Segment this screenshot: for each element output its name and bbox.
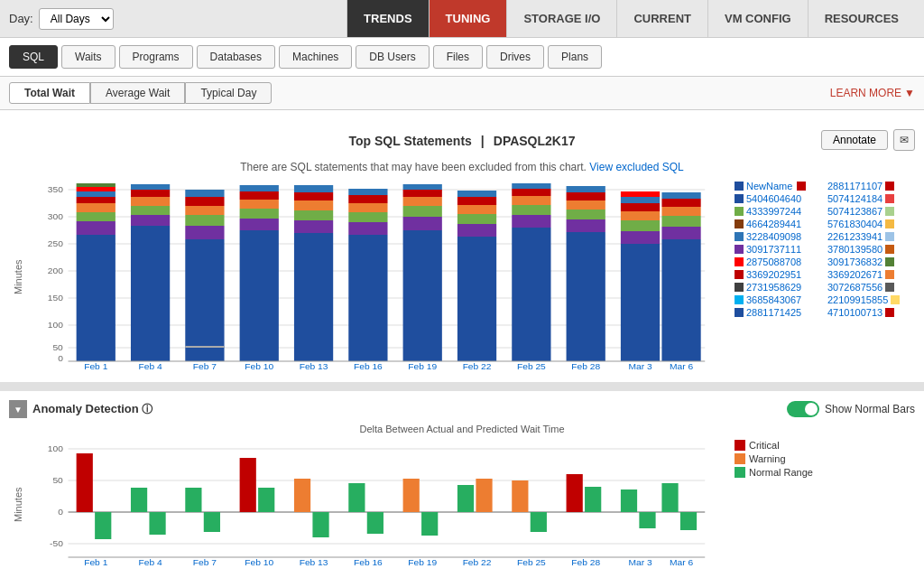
- legend-link[interactable]: 3091737111: [746, 244, 801, 255]
- viewtab-average-wait[interactable]: Average Wait: [90, 82, 185, 104]
- legend-color-swatch: [885, 207, 894, 216]
- svg-text:Feb 22: Feb 22: [463, 362, 492, 370]
- subtab-plans[interactable]: Plans: [548, 45, 602, 69]
- annotate-button[interactable]: Annotate: [821, 130, 888, 150]
- svg-rect-22: [77, 183, 116, 187]
- tab-resources[interactable]: RESOURCES: [808, 0, 915, 37]
- legend-link[interactable]: 5404604640: [746, 193, 801, 204]
- day-selector[interactable]: All Days: [39, 8, 114, 30]
- svg-rect-69: [512, 196, 550, 205]
- subtab-db-users[interactable]: DB Users: [356, 45, 429, 69]
- legend-link[interactable]: 4664289441: [746, 219, 801, 229]
- normal-range-color: [735, 467, 745, 478]
- svg-rect-60: [457, 237, 496, 361]
- legend-color-swatch: [885, 283, 894, 292]
- legend-color-swatch: [885, 194, 894, 203]
- svg-rect-115: [149, 512, 165, 535]
- show-normal-toggle[interactable]: [787, 401, 819, 417]
- subtab-databases[interactable]: Databases: [197, 45, 275, 69]
- list-item: 3780139580: [827, 244, 915, 255]
- svg-rect-46: [294, 192, 333, 200]
- viewtab-total-wait[interactable]: Total Wait: [9, 82, 90, 104]
- tab-storage-io[interactable]: STORAGE I/O: [506, 0, 616, 37]
- legend-color-swatch: [735, 219, 744, 228]
- legend-color-swatch: [735, 182, 744, 191]
- svg-rect-36: [240, 230, 279, 361]
- legend-link[interactable]: NewName: [746, 181, 792, 191]
- subtab-programs[interactable]: Programs: [119, 45, 193, 69]
- svg-rect-33: [185, 197, 224, 206]
- svg-rect-131: [585, 487, 601, 512]
- svg-text:Feb 16: Feb 16: [354, 362, 383, 370]
- view-excluded-link[interactable]: View excluded SQL: [589, 161, 684, 173]
- collapse-button[interactable]: ▼: [9, 400, 27, 418]
- svg-rect-45: [294, 200, 333, 210]
- svg-text:300: 300: [48, 212, 63, 221]
- svg-rect-29: [185, 239, 224, 361]
- svg-rect-90: [661, 192, 700, 199]
- legend-link[interactable]: 2881171107: [827, 181, 882, 191]
- subtab-files[interactable]: Files: [433, 45, 483, 69]
- svg-rect-121: [312, 512, 328, 537]
- list-item: 2881171425: [735, 307, 822, 318]
- viewtab-typical-day[interactable]: Typical Day: [185, 82, 272, 104]
- legend-link[interactable]: 3369202671: [827, 269, 882, 280]
- anomaly-legend-list: Critical Warning Normal Range: [735, 440, 915, 478]
- legend-link[interactable]: 2731958629: [746, 282, 801, 293]
- subtab-waits[interactable]: Waits: [61, 45, 116, 69]
- subtab-machines[interactable]: Machines: [279, 45, 352, 69]
- legend-link[interactable]: 5761830404: [827, 219, 882, 229]
- anomaly-legend: Critical Warning Normal Range: [735, 440, 915, 569]
- legend-color-swatch: [735, 207, 744, 216]
- learn-more-link[interactable]: LEARN MORE ▼: [830, 87, 915, 99]
- legend-link[interactable]: 3228409098: [746, 231, 801, 242]
- legend-link[interactable]: 4333997244: [746, 206, 801, 217]
- svg-text:Feb 1: Feb 1: [84, 558, 107, 566]
- svg-rect-67: [512, 215, 550, 228]
- svg-text:100: 100: [48, 321, 63, 330]
- svg-text:350: 350: [48, 185, 63, 194]
- legend-link[interactable]: 3072687556: [827, 282, 882, 293]
- legend-link[interactable]: 22109915855: [827, 294, 888, 305]
- legend-link[interactable]: 2261233941: [827, 231, 882, 242]
- legend-color-swatch: [885, 245, 894, 254]
- svg-rect-75: [567, 200, 605, 210]
- svg-text:Mar 6: Mar 6: [670, 362, 693, 370]
- subtab-drives[interactable]: Drives: [486, 45, 544, 69]
- tab-trends[interactable]: TRENDS: [346, 0, 428, 37]
- legend-color-swatch: [735, 232, 744, 241]
- subtab-sql[interactable]: SQL: [9, 45, 58, 69]
- legend-color-swatch: [885, 219, 894, 228]
- svg-text:200: 200: [48, 266, 63, 275]
- list-item: 3685843067: [735, 294, 822, 305]
- legend-link[interactable]: 4710100713: [827, 307, 882, 318]
- list-item: 3369202671: [827, 269, 915, 280]
- svg-text:Feb 28: Feb 28: [571, 362, 600, 370]
- list-item: 5404604640: [735, 193, 822, 204]
- info-icon: ⓘ: [142, 403, 152, 415]
- legend-link[interactable]: 5074123867: [827, 206, 882, 217]
- legend-link[interactable]: 5074124184: [827, 193, 882, 204]
- excluded-message: There are SQL statements that may have b…: [9, 161, 915, 173]
- svg-text:Mar 6: Mar 6: [670, 558, 693, 566]
- tab-current[interactable]: CURRENT: [616, 0, 707, 37]
- svg-rect-85: [661, 239, 700, 361]
- legend-link[interactable]: 3780139580: [827, 244, 882, 255]
- svg-text:0: 0: [58, 508, 63, 517]
- svg-rect-70: [512, 189, 550, 196]
- chart-legend: NewName 2881171107 5404604640 5074124184: [735, 181, 915, 373]
- svg-rect-118: [240, 458, 256, 512]
- legend-link[interactable]: 3369202951: [746, 269, 801, 280]
- svg-rect-62: [457, 214, 496, 224]
- show-normal-label: Show Normal Bars: [825, 403, 915, 415]
- legend-link[interactable]: 2881171425: [746, 307, 801, 318]
- tab-tuning[interactable]: TUNING: [429, 0, 507, 37]
- email-icon[interactable]: ✉: [893, 129, 915, 151]
- tab-vm-config[interactable]: VM CONFIG: [707, 0, 808, 37]
- legend-link[interactable]: 3685843067: [746, 294, 801, 305]
- legend-link[interactable]: 2875088708: [746, 256, 801, 267]
- svg-rect-40: [240, 191, 279, 200]
- anomaly-chart-container: Minutes 100 50 0 -50: [9, 440, 915, 569]
- svg-rect-89: [661, 199, 700, 207]
- legend-link[interactable]: 3091736832: [827, 256, 882, 267]
